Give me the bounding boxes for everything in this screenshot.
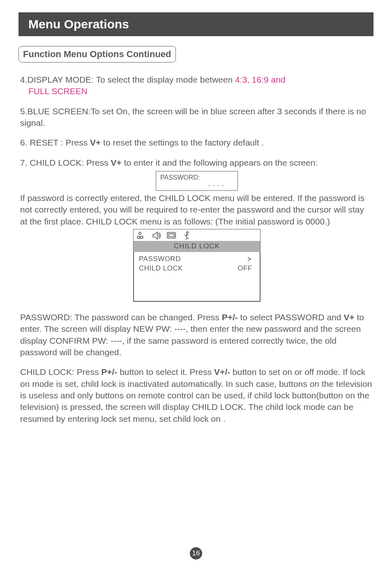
item-6: 6. RESET : Press V+ to reset the setting… [20,137,374,148]
menu-row-password-label: PASSWORD [139,254,181,264]
item-4: 4.DISPLAY MODE: To select the display mo… [20,74,374,97]
item-6-c: to reset the settings to the factory def… [101,138,264,147]
svg-point-8 [187,231,188,233]
svg-rect-5 [168,234,174,237]
page-number-badge: 16 [190,547,202,560]
cl-para-d: V+/- [214,367,230,377]
cl-para-c: button to select it. Press [117,367,214,377]
subheading-text: Function Menu Options Continued [23,49,171,59]
cl-para-a: CHILD LOCK: Press [20,367,101,377]
svg-marker-3 [153,232,157,239]
child-lock-menu-box: CHILD LOCK PASSWORD CHILD LOCK OFF [133,229,261,302]
menu-row-password: PASSWORD [139,254,255,264]
speaker-icon [152,231,162,240]
password-prompt-box: PASSWORD: - - - - [156,171,238,191]
menu-icon-row [134,229,260,241]
cl-para-b: P+/- [101,367,117,377]
chevron-right-icon [247,257,252,261]
menu-body: PASSWORD CHILD LOCK OFF [134,252,260,301]
password-label: PASSWORD: [160,173,233,182]
person-icon [137,231,148,240]
password-paragraph: PASSWORD: The password can be changed. P… [20,312,374,358]
svg-point-1 [137,236,140,239]
childlock-paragraph: CHILD LOCK: Press P+/- button to select … [20,366,374,425]
item-4-highlight1: 4:3, 16:9 and [235,75,286,84]
svg-point-2 [141,236,143,239]
page-title: Menu Operations [28,17,129,31]
pw-para-c: to select PASSWORD and [238,312,344,322]
item-4-highlight2: FULL SCREEN [20,86,88,97]
item-5: 5.BLUE SCREEN:To set On, the screen will… [20,106,374,129]
subheading-box: Function Menu Options Continued [18,46,176,62]
svg-point-0 [139,232,141,234]
tv-icon [166,231,177,240]
item-6-b: V+ [90,138,101,147]
menu-row-childlock-value: OFF [238,264,255,273]
item-6-a: 6. RESET : Press [20,138,90,147]
item-7: 7. CHILD LOCK: Press V+ to enter it and … [20,157,374,169]
menu-row-childlock-label: CHILD LOCK [139,264,183,273]
item-7-b: V+ [111,158,122,167]
pw-para-d: V+ [344,312,354,322]
item-7-c: to enter it and the following appears on… [122,158,318,167]
item-7-a: 7. CHILD LOCK: Press [20,158,111,167]
menu-arrow-icon [247,257,255,261]
after-password-text: If password is correctly entered, the CH… [20,192,374,227]
content-body: 4.DISPLAY MODE: To select the display mo… [18,74,374,425]
menu-header: CHILD LOCK [134,241,260,252]
page-number: 16 [192,549,200,557]
pw-para-b: P+/- [222,312,238,322]
running-icon [181,231,192,240]
pw-para-a: PASSWORD: The password can be changed. P… [20,312,222,322]
page-title-bar: Menu Operations [18,12,374,36]
password-dashes: - - - - [160,181,233,190]
item-4-prefix: 4.DISPLAY MODE: To select the display mo… [20,75,235,84]
menu-row-childlock: CHILD LOCK OFF [139,264,255,273]
